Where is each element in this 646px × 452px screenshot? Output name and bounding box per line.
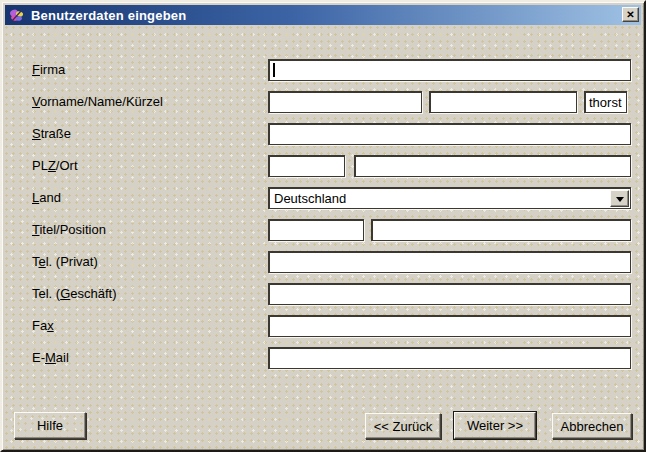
ort-input[interactable] bbox=[354, 155, 631, 177]
firma-input[interactable] bbox=[268, 59, 631, 81]
kuerzel-input[interactable] bbox=[584, 91, 627, 113]
label-strasse: Straße bbox=[32, 126, 71, 142]
vorname-input[interactable] bbox=[268, 91, 422, 113]
label-vorname-name-kuerzel: Vorname/Name/Kürzel bbox=[32, 94, 163, 110]
label-land: Land bbox=[32, 190, 61, 206]
label-fax: Fax bbox=[32, 318, 54, 334]
titlebar[interactable]: Benutzerdaten eingeben ✕ bbox=[5, 5, 641, 25]
close-icon: ✕ bbox=[626, 10, 634, 20]
land-combobox[interactable]: Deutschland bbox=[268, 187, 631, 209]
titel-input[interactable] bbox=[268, 219, 364, 241]
label-email: E-Mail bbox=[32, 350, 69, 366]
label-tel-geschaeft: Tel. (Geschäft) bbox=[32, 286, 117, 302]
cancel-button[interactable]: Abbrechen bbox=[552, 413, 632, 439]
label-firma: Firma bbox=[32, 62, 65, 78]
fax-input[interactable] bbox=[268, 315, 631, 337]
butterfly-icon bbox=[9, 8, 25, 23]
land-selected-value: Deutschland bbox=[274, 191, 346, 206]
email-input[interactable] bbox=[268, 347, 631, 369]
plz-input[interactable] bbox=[268, 155, 345, 177]
name-input[interactable] bbox=[429, 91, 577, 113]
user-data-dialog: Benutzerdaten eingeben ✕ Firma Vorname/N… bbox=[0, 0, 646, 452]
label-titel-position: Titel/Position bbox=[32, 222, 106, 238]
back-button[interactable]: << Zurück bbox=[365, 413, 441, 439]
label-tel-privat: Tel. (Privat) bbox=[32, 254, 98, 270]
chevron-down-icon bbox=[616, 197, 624, 202]
close-button[interactable]: ✕ bbox=[622, 7, 639, 22]
window-title: Benutzerdaten eingeben bbox=[31, 8, 186, 23]
tel-geschaeft-input[interactable] bbox=[268, 283, 631, 305]
help-button[interactable]: Hilfe bbox=[14, 412, 86, 439]
position-input[interactable] bbox=[371, 219, 631, 241]
text-caret bbox=[273, 63, 275, 77]
next-button[interactable]: Weiter >> bbox=[454, 412, 536, 439]
tel-privat-input[interactable] bbox=[268, 251, 631, 273]
dropdown-button[interactable] bbox=[610, 190, 629, 207]
label-plz-ort: PLZ/Ort bbox=[32, 158, 78, 174]
strasse-input[interactable] bbox=[268, 123, 631, 145]
